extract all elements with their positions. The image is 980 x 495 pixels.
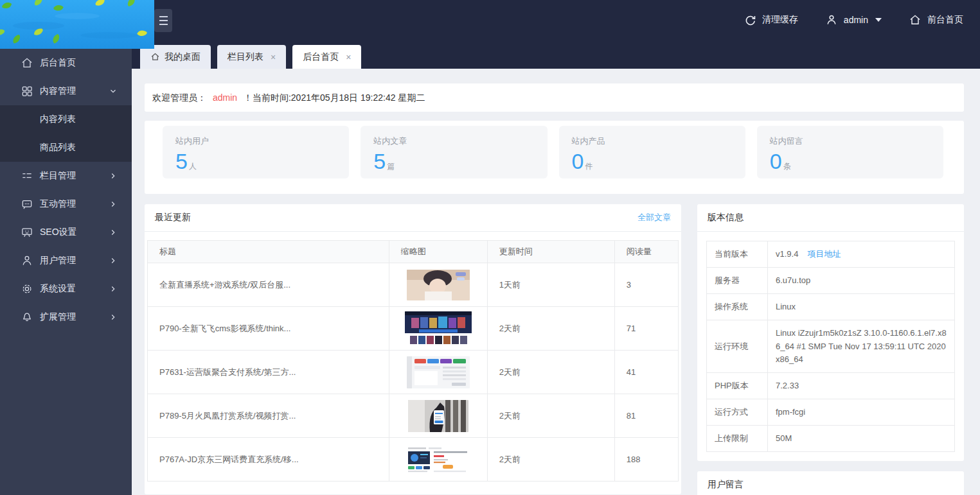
column-header-title: 标题 — [148, 241, 389, 263]
clear-cache-button[interactable]: 清理缓存 — [744, 14, 798, 26]
stat-card-articles: 站内文章 5篇 — [361, 126, 547, 178]
version-label: 当前版本 — [707, 241, 768, 268]
chevron-right-icon — [109, 200, 118, 209]
tab-backend-home[interactable]: 后台首页 × — [292, 45, 361, 69]
version-value: 7.2.33 — [768, 372, 955, 399]
tab-label: 栏目列表 — [227, 51, 263, 63]
tab-column-list[interactable]: 栏目列表 × — [217, 45, 286, 69]
thumbnail-image — [407, 270, 470, 300]
article-views: 41 — [614, 351, 678, 394]
version-info-panel: 版本信息 当前版本 v1.9.4项目地址 服务器 6.u7u.top — [697, 204, 964, 461]
version-label: 服务器 — [707, 268, 768, 294]
stat-unit: 件 — [585, 162, 592, 171]
version-value: Linux — [768, 294, 955, 320]
sidebar-item-dashboard[interactable]: 后台首页 — [0, 49, 132, 77]
close-icon[interactable]: × — [271, 53, 276, 62]
gear-icon — [20, 282, 34, 296]
article-views: 71 — [614, 307, 678, 351]
article-title: P7631-运营版聚合支付系统/第三方... — [148, 351, 389, 394]
stat-label: 站内留言 — [770, 135, 931, 147]
sidebar-item-label: 扩展管理 — [40, 311, 76, 323]
welcome-prefix: 欢迎管理员： — [152, 92, 206, 103]
table-row[interactable]: P7631-运营版聚合支付系统/第三方... — [148, 351, 679, 394]
chevron-right-icon — [109, 171, 118, 180]
version-value: v1.9.4 — [776, 249, 798, 259]
table-header-row: 标题 缩略图 更新时间 阅读量 — [148, 241, 679, 263]
sidebar-collapse-button[interactable] — [154, 9, 172, 32]
sidebar-item-product-list[interactable]: 商品列表 — [0, 134, 132, 162]
tab-label: 我的桌面 — [165, 51, 200, 63]
chevron-down-icon — [875, 18, 882, 22]
stat-value: 5 — [373, 150, 386, 173]
article-views: 81 — [614, 394, 678, 438]
sidebar-item-content[interactable]: 内容管理 — [0, 77, 132, 105]
article-time: 2天前 — [487, 351, 614, 394]
chevron-down-icon — [109, 87, 118, 96]
stat-card-messages: 站内留言 0条 — [757, 126, 943, 178]
version-info-table: 当前版本 v1.9.4项目地址 服务器 6.u7u.top 操作系统 Linux — [706, 241, 955, 452]
chevron-right-icon — [109, 228, 118, 237]
table-row[interactable]: P767A-JD京东三网话费直充系统/移... — [148, 438, 679, 482]
comment-icon — [20, 197, 34, 211]
sidebar-item-extensions[interactable]: 扩展管理 — [0, 303, 132, 331]
site-logo[interactable] — [0, 0, 154, 49]
clear-cache-label: 清理缓存 — [762, 14, 798, 26]
sidebar-item-content-list[interactable]: 内容列表 — [0, 105, 132, 134]
version-label: 运行方式 — [707, 399, 768, 425]
sidebar-item-label: SEO设置 — [40, 227, 77, 238]
article-title: 全新直播系统+游戏系统/双后台服... — [148, 263, 389, 307]
article-time: 2天前 — [487, 307, 614, 351]
front-home-button[interactable]: 前台首页 — [909, 13, 963, 26]
recent-updates-table: 标题 缩略图 更新时间 阅读量 全新直播系统+游戏系统/双后台服... — [147, 240, 679, 482]
column-header-updated: 更新时间 — [487, 241, 614, 263]
stat-card-users: 站内用户 5人 — [163, 126, 349, 178]
version-value: fpm-fcgi — [768, 399, 955, 425]
user-icon — [825, 13, 838, 26]
version-value: Linux iZzujr1m5k0z1sZ 3.10.0-1160.6.1.el… — [768, 320, 955, 372]
table-row[interactable]: 全新直播系统+游戏系统/双后台服... — [148, 263, 679, 307]
sidebar-submenu-content: 内容列表 商品列表 — [0, 105, 132, 162]
home-icon — [909, 13, 922, 26]
sidebar-item-settings[interactable]: 系统设置 — [0, 275, 132, 303]
table-row[interactable]: P790-全新飞飞cms影视系统/think... — [148, 307, 679, 351]
sidebar-item-label: 系统设置 — [40, 283, 76, 295]
home-icon — [150, 52, 160, 62]
sidebar-item-label: 内容列表 — [40, 114, 76, 125]
stat-card-products: 站内产品 0件 — [559, 126, 745, 178]
version-label: 上传限制 — [707, 426, 768, 452]
stat-label: 站内文章 — [373, 135, 534, 147]
sidebar-item-columns[interactable]: 栏目管理 — [0, 162, 132, 190]
stat-value: 0 — [572, 150, 584, 173]
sidebar-item-seo[interactable]: SEO设置 — [0, 218, 132, 247]
thumbnail-image — [407, 356, 470, 388]
close-icon[interactable]: × — [346, 53, 351, 62]
home-icon — [20, 56, 34, 70]
welcome-bar: 欢迎管理员： admin ！当前时间:2021年05月18日 19:22:42 … — [145, 83, 964, 112]
column-header-thumbnail: 缩略图 — [389, 241, 487, 263]
version-value: 6.u7u.top — [768, 268, 955, 294]
sidebar-item-interaction[interactable]: 互动管理 — [0, 190, 132, 218]
project-url-link[interactable]: 项目地址 — [807, 249, 841, 259]
article-time: 2天前 — [487, 438, 614, 482]
topbar-actions: 清理缓存 admin 前台首页 — [744, 0, 963, 40]
chevron-right-icon — [109, 284, 118, 293]
welcome-suffix: ！当前时间:2021年05月18日 19:22:42 星期二 — [244, 92, 425, 103]
sidebar-item-users[interactable]: 用户管理 — [0, 247, 132, 275]
article-time: 2天前 — [487, 394, 614, 438]
table-row: PHP版本 7.2.33 — [707, 372, 955, 399]
version-label: 操作系统 — [707, 294, 768, 320]
all-articles-link[interactable]: 全部文章 — [637, 212, 671, 223]
version-label: PHP版本 — [707, 372, 768, 399]
user-icon — [20, 254, 34, 268]
stat-label: 站内用户 — [175, 135, 336, 147]
user-menu[interactable]: admin — [825, 13, 882, 26]
chevron-right-icon — [109, 256, 118, 265]
stat-value: 0 — [770, 150, 782, 173]
tabbar: 我的桌面 栏目列表 × 后台首页 × — [132, 40, 980, 69]
table-row[interactable]: P789-5月火凤凰打赏系统/视频打赏... — [148, 394, 679, 438]
stat-unit: 篇 — [387, 162, 395, 171]
thumbnail-image — [405, 446, 471, 474]
article-time: 1天前 — [487, 263, 614, 307]
panel-title: 版本信息 — [708, 212, 744, 223]
table-row: 运行方式 fpm-fcgi — [707, 399, 955, 425]
